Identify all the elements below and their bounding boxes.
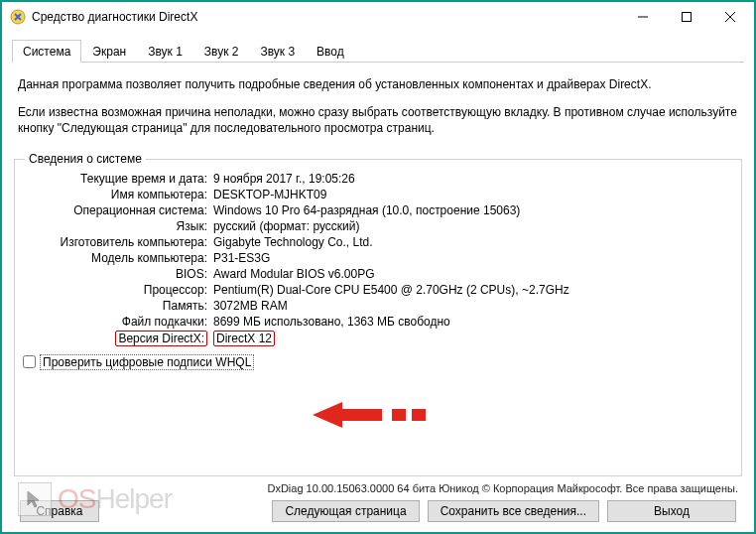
row-page: Файл подкачки:8699 МБ использовано, 1363… (23, 315, 733, 329)
system-info-legend: Сведения о системе (25, 152, 146, 166)
arrow-annotation-icon (313, 400, 432, 430)
system-info-group: Сведения о системе Текущие время и дата:… (14, 159, 742, 476)
save-all-button[interactable]: Сохранить все сведения... (428, 500, 599, 522)
tab-strip: Система Экран Звук 1 Звук 2 Звук 3 Ввод (12, 40, 744, 63)
svg-marker-5 (313, 402, 382, 428)
label-mem: Память: (23, 299, 211, 313)
titlebar: Средство диагностики DirectX (2, 2, 754, 32)
row-computer: Имя компьютера:DESKTOP-MJHKT09 (23, 188, 733, 201)
tab-sound3[interactable]: Звук 3 (249, 40, 306, 63)
svg-rect-6 (392, 409, 406, 421)
row-os: Операционная система:Windows 10 Pro 64-р… (23, 203, 733, 217)
whql-checkbox[interactable] (23, 355, 36, 368)
label-model: Модель компьютера: (23, 251, 211, 265)
exit-button[interactable]: Выход (607, 500, 736, 522)
row-mfr: Изготовитель компьютера:Gigabyte Technol… (23, 235, 733, 249)
label-os: Операционная система: (23, 203, 211, 217)
whql-label[interactable]: Проверить цифровые подписи WHQL (40, 354, 254, 370)
intro-p2: Если известна возможная причина неполадк… (18, 104, 738, 136)
maximize-button[interactable] (665, 3, 708, 31)
value-page: 8699 МБ использовано, 1363 МБ свободно (211, 315, 733, 329)
tab-input[interactable]: Ввод (306, 40, 355, 63)
svg-rect-2 (683, 13, 692, 22)
tab-display[interactable]: Экран (81, 40, 137, 63)
row-dx: Версия DirectX: DirectX 12 (23, 331, 733, 346)
value-bios: Award Modular BIOS v6.00PG (211, 267, 733, 281)
close-button[interactable] (708, 3, 752, 31)
value-computer: DESKTOP-MJHKT09 (211, 188, 733, 201)
tab-system[interactable]: Система (12, 40, 81, 63)
value-os: Windows 10 Pro 64-разрядная (10.0, постр… (211, 203, 733, 217)
svg-rect-7 (412, 409, 426, 421)
row-mem: Память:3072MB RAM (23, 299, 733, 313)
content-area: Система Экран Звук 1 Звук 2 Звук 3 Ввод … (2, 32, 754, 532)
value-dx: DirectX 12 (211, 331, 733, 346)
label-lang: Язык: (23, 219, 211, 233)
value-mem: 3072MB RAM (211, 299, 733, 313)
value-mfr: Gigabyte Technology Co., Ltd. (211, 235, 733, 249)
footer-text: DxDiag 10.00.15063.0000 64 бита Юникод ©… (12, 478, 744, 494)
app-icon (10, 9, 26, 25)
label-computer: Имя компьютера: (23, 188, 211, 201)
label-bios: BIOS: (23, 267, 211, 281)
tab-sound1[interactable]: Звук 1 (137, 40, 193, 63)
value-model: P31-ES3G (211, 251, 733, 265)
row-lang: Язык:русский (формат: русский) (23, 219, 733, 233)
dxdiag-window: Средство диагностики DirectX Система Экр… (0, 0, 756, 534)
value-lang: русский (формат: русский) (211, 219, 733, 233)
label-dx: Версия DirectX: (23, 331, 211, 346)
label-datetime: Текущие время и дата: (23, 172, 211, 186)
value-cpu: Pentium(R) Dual-Core CPU E5400 @ 2.70GHz… (211, 283, 733, 297)
intro-p1: Данная программа позволяет получить подр… (18, 76, 738, 92)
help-button[interactable]: Справка (20, 500, 99, 522)
label-page: Файл подкачки: (23, 315, 211, 329)
row-bios: BIOS:Award Modular BIOS v6.00PG (23, 267, 733, 281)
value-datetime: 9 ноября 2017 г., 19:05:26 (211, 172, 733, 186)
intro-text: Данная программа позволяет получить подр… (12, 63, 744, 153)
tab-sound2[interactable]: Звук 2 (193, 40, 250, 63)
label-cpu: Процессор: (23, 283, 211, 297)
row-cpu: Процессор:Pentium(R) Dual-Core CPU E5400… (23, 283, 733, 297)
label-mfr: Изготовитель компьютера: (23, 235, 211, 249)
whql-checkbox-row: Проверить цифровые подписи WHQL (23, 354, 733, 370)
row-model: Модель компьютера:P31-ES3G (23, 251, 733, 265)
button-bar: Справка Следующая страница Сохранить все… (12, 494, 744, 526)
minimize-button[interactable] (621, 3, 665, 31)
next-page-button[interactable]: Следующая страница (272, 500, 419, 522)
window-title: Средство диагностики DirectX (32, 10, 621, 24)
row-datetime: Текущие время и дата:9 ноября 2017 г., 1… (23, 172, 733, 186)
